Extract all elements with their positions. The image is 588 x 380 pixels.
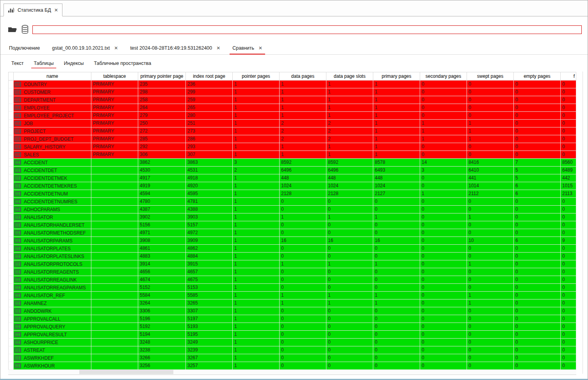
table-name-label: ANALISATORREAGLINK — [24, 276, 77, 283]
tab-tables[interactable]: Таблицы — [34, 58, 53, 69]
column-header-primary-pages[interactable]: primary pages — [373, 72, 420, 81]
table-row-analisatorparams[interactable]: ANALISATORPARAMS39083909116161601069 — [8, 237, 576, 245]
column-header-data-pages[interactable]: data pages — [280, 72, 326, 81]
table-row-analisatorreagents[interactable]: ANALISATORREAGENTS4656465710000000 — [8, 268, 576, 276]
column-header-swept-pages[interactable]: swept pages — [467, 72, 514, 81]
table-row-analisator[interactable]: ANALISATOR3902390311110100 — [8, 213, 576, 221]
row-gutter — [8, 213, 14, 221]
database-path-input[interactable] — [32, 25, 582, 34]
cell-pointer-pages: 1 — [233, 182, 280, 190]
table-row-accidentdet[interactable]: ACCIDENTDET45304531264966496649336410564… — [8, 167, 576, 174]
cell-primary-pointer-page: 3862 — [138, 159, 186, 167]
table-row-ashourprice[interactable]: ASHOURPRICE3248324910000000 — [8, 339, 576, 346]
cell-primary-pages: 0 — [373, 253, 420, 260]
cell-name: SALES — [14, 151, 91, 159]
table-row-analisatorprotocols[interactable]: ANALISATORPROTOCOLS3914391511110100 — [8, 260, 576, 268]
table-row-analisatormethodsref[interactable]: ANALISATORMETHODSREF4971497210000000 — [8, 229, 576, 237]
table-row-accidentdetnum[interactable]: ACCIDENTDETNUM45944595121282128212712112… — [8, 190, 576, 198]
column-header-tablespace[interactable]: tablespace — [91, 72, 138, 81]
tab-compare[interactable]: Сравнить ✕ — [232, 41, 263, 54]
table-row-analisatorreaglink[interactable]: ANALISATORREAGLINK4674467510000000 — [8, 276, 576, 284]
column-header-primary-pointer-page[interactable]: primary pointer page — [138, 72, 186, 81]
table-row-accidentdetmekres[interactable]: ACCIDENTDETMEKRES49194920110241024102401… — [8, 182, 576, 190]
cell-empty-pages: 0 — [514, 81, 561, 88]
table-row-approvalresult[interactable]: APPROVALRESULT5194519510000000 — [8, 331, 576, 339]
table-row-anamnez[interactable]: ANAMNEZ3264326511110100 — [8, 299, 576, 307]
column-header-index-root-page[interactable]: index root page — [186, 72, 233, 81]
table-name-label: EMPLOYEE — [24, 104, 50, 111]
table-row-analisatorreagparams[interactable]: ANALISATORREAGPARAMS5152515310000000 — [8, 284, 576, 292]
close-icon[interactable]: ✕ — [54, 8, 58, 13]
cell-secondary-pages: 0 — [420, 245, 467, 253]
cell-data-pages: 0 — [280, 362, 326, 370]
table-row-astreat[interactable]: ASTREAT3238323910000000 — [8, 346, 576, 354]
tab-connection[interactable]: Подключение — [8, 41, 41, 54]
cell-f: 0 — [561, 221, 576, 229]
table-row-andodwrk[interactable]: ANDODWRK3306330710000000 — [8, 307, 576, 315]
table-row-country[interactable]: COUNTRYPRIMARY23523611110000 — [8, 81, 576, 88]
table-row-analisatorplateslinks[interactable]: ANALISATORPLATESLINKS4883488410000000 — [8, 253, 576, 260]
table-row-aswrkhdef[interactable]: ASWRKHDEF3266326710000000 — [8, 354, 576, 362]
vertical-scrollbar-track[interactable] — [583, 72, 583, 374]
table-row-analisator_ref[interactable]: ANALISATOR_REF5584558511110100 — [8, 292, 576, 299]
table-row-accidentdetmek[interactable]: ACCIDENTDETMEK49174918144844844804415442 — [8, 174, 576, 182]
cell-tablespace: PRIMARY — [91, 127, 138, 135]
table-row-employee[interactable]: EMPLOYEEPRIMARY26426511110000 — [8, 104, 576, 112]
table-row-project[interactable]: PROJECTPRIMARY27227312211100 — [8, 127, 576, 135]
column-header-pointer-pages[interactable]: pointer pages — [233, 72, 280, 81]
cell-data-pages: 1 — [280, 88, 326, 96]
cell-tablespace — [91, 339, 138, 346]
row-gutter — [8, 135, 14, 143]
table-row-salary_history[interactable]: SALARY_HISTORYPRIMARY29229311110000 — [8, 143, 576, 151]
database-icon[interactable] — [21, 25, 29, 35]
column-header-secondary-pages[interactable]: secondary pages — [420, 72, 467, 81]
close-icon[interactable]: ✕ — [258, 46, 262, 50]
cell-primary-pointer-page: 306 — [138, 151, 186, 159]
table-row-approvalquery[interactable]: APPROVALQUERY5192519310000000 — [8, 323, 576, 331]
table-name-label: ANDODWRK — [24, 308, 52, 315]
horizontal-scrollbar-thumb[interactable] — [79, 370, 173, 374]
cell-secondary-pages: 1 — [420, 190, 467, 198]
table-row-employee_project[interactable]: EMPLOYEE_PROJECTPRIMARY27928011110000 — [8, 112, 576, 120]
tab-gstat-file[interactable]: gstat_00.00.19.10.2021.txt ✕ — [51, 41, 119, 54]
table-row-aswrkhour[interactable]: ASWRKHOUR3256325710000000 — [8, 362, 576, 370]
table-row-job[interactable]: JOBPRIMARY25025112211100 — [8, 120, 576, 127]
table-row-department[interactable]: DEPARTMENTPRIMARY25825911110000 — [8, 96, 576, 104]
cell-empty-pages: 6 — [514, 237, 561, 245]
horizontal-scrollbar[interactable] — [8, 370, 576, 375]
tab-text[interactable]: Текст — [11, 58, 23, 69]
cell-index-root-page: 4781 — [186, 198, 233, 206]
cell-tablespace — [91, 159, 138, 167]
table-row-sales[interactable]: SALESPRIMARY30630711110000 — [8, 151, 576, 159]
open-folder-icon[interactable] — [7, 26, 18, 34]
cell-pointer-pages: 1 — [233, 221, 280, 229]
cell-primary-pointer-page: 235 — [138, 81, 186, 88]
cell-primary-pointer-page: 3248 — [138, 339, 186, 346]
close-icon[interactable]: ✕ — [114, 46, 118, 50]
table-row-proj_dept_budget[interactable]: PROJ_DEPT_BUDGETPRIMARY28528612211100 — [8, 135, 576, 143]
column-header-f[interactable]: f — [561, 72, 576, 81]
cell-name: ANALISATORMETHODSREF — [14, 229, 91, 237]
cell-empty-pages: 0 — [514, 229, 561, 237]
cell-data-pages: 8592 — [280, 159, 326, 167]
table-row-accidentdetnumres[interactable]: ACCIDENTDETNUMRES4780478110000000 — [8, 198, 576, 206]
table-row-accident[interactable]: ACCIDENT38623863385928592857814841678560 — [8, 159, 576, 167]
tab-db-statistics[interactable]: Статистика БД ✕ — [4, 4, 62, 16]
table-row-customer[interactable]: CUSTOMERPRIMARY29829911110000 — [8, 88, 576, 96]
column-header-data-page-slots[interactable]: data page slots — [326, 72, 373, 81]
table-name-label: SALES — [24, 151, 39, 158]
table-name-label: ACCIDENTDET — [24, 167, 57, 174]
column-header-name[interactable]: name — [14, 72, 91, 81]
cell-primary-pages: 2127 — [373, 190, 420, 198]
tab-tablespaces[interactable]: Табличные пространства — [94, 58, 151, 69]
column-header-empty-pages[interactable]: empty pages — [514, 72, 561, 81]
close-icon[interactable]: ✕ — [216, 46, 220, 50]
cell-swept-pages: 441 — [467, 174, 514, 182]
tab-test-snapshot[interactable]: test 2024-08-28T16:49:19.531262400 ✕ — [129, 41, 221, 54]
tab-indexes[interactable]: Индексы — [64, 58, 84, 69]
table-row-analisatorplates[interactable]: ANALISATORPLATES4861486210000000 — [8, 245, 576, 253]
table-row-analisatorhandlerset[interactable]: ANALISATORHANDLERSET5156515710000000 — [8, 221, 576, 229]
table-row-adhocparams[interactable]: ADHOCPARAMS4387438810000000 — [8, 206, 576, 213]
table-row-approvalcall[interactable]: APPROVALCALL5196519710000000 — [8, 315, 576, 323]
cell-empty-pages: 0 — [514, 268, 561, 276]
